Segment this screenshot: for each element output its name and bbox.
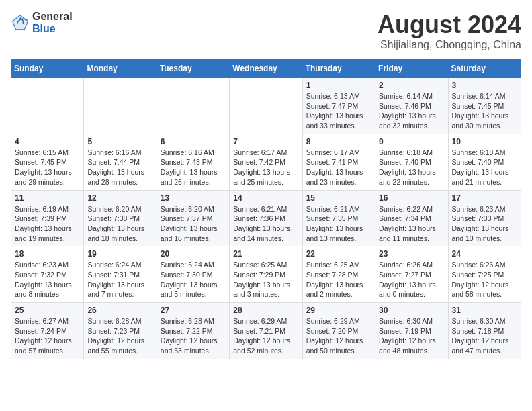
day-number: 15 [306,193,371,203]
calendar-cell: 29Sunrise: 6:29 AMSunset: 7:20 PMDayligh… [302,303,375,359]
day-number: 13 [161,193,226,203]
day-number: 10 [452,137,517,146]
calendar-cell: 31Sunrise: 6:30 AMSunset: 7:18 PMDayligh… [448,303,521,359]
day-number: 31 [452,306,517,315]
calendar-week-5: 25Sunrise: 6:27 AMSunset: 7:24 PMDayligh… [11,303,521,359]
calendar-cell: 16Sunrise: 6:22 AMSunset: 7:34 PMDayligh… [375,190,448,246]
day-number: 2 [379,81,444,90]
day-info: Sunrise: 6:26 AMSunset: 7:25 PMDaylight:… [452,260,517,300]
logo: General Blue [11,11,73,34]
day-number: 27 [161,306,226,315]
day-number: 7 [233,137,298,146]
day-number: 23 [379,249,444,259]
day-number: 24 [452,249,517,259]
calendar-cell: 6Sunrise: 6:16 AMSunset: 7:43 PMDaylight… [157,134,229,190]
day-number: 19 [87,249,152,259]
day-number: 12 [87,193,152,203]
calendar-cell: 20Sunrise: 6:24 AMSunset: 7:30 PMDayligh… [157,246,229,303]
day-info: Sunrise: 6:24 AMSunset: 7:30 PMDaylight:… [161,260,226,300]
calendar-cell: 18Sunrise: 6:23 AMSunset: 7:32 PMDayligh… [11,246,84,303]
day-number: 29 [306,306,371,315]
calendar-cell: 26Sunrise: 6:28 AMSunset: 7:23 PMDayligh… [84,303,157,359]
calendar-week-3: 11Sunrise: 6:19 AMSunset: 7:39 PMDayligh… [11,190,521,246]
day-info: Sunrise: 6:18 AMSunset: 7:40 PMDaylight:… [379,148,444,187]
title-area: August 2024 Shijialiang, Chongqing, Chin… [378,11,521,51]
day-header-wednesday: Wednesday [230,60,302,78]
calendar-cell: 14Sunrise: 6:21 AMSunset: 7:36 PMDayligh… [230,190,302,246]
day-info: Sunrise: 6:21 AMSunset: 7:36 PMDaylight:… [233,204,298,244]
calendar-cell: 1Sunrise: 6:13 AMSunset: 7:47 PMDaylight… [302,78,375,134]
calendar-cell: 17Sunrise: 6:23 AMSunset: 7:33 PMDayligh… [448,190,521,246]
day-info: Sunrise: 6:16 AMSunset: 7:44 PMDaylight:… [87,148,152,187]
day-info: Sunrise: 6:13 AMSunset: 7:47 PMDaylight:… [306,91,371,131]
day-info: Sunrise: 6:14 AMSunset: 7:46 PMDaylight:… [379,91,444,131]
day-number: 28 [233,306,298,315]
day-info: Sunrise: 6:18 AMSunset: 7:40 PMDaylight:… [452,148,517,187]
calendar-cell: 21Sunrise: 6:25 AMSunset: 7:29 PMDayligh… [230,246,302,303]
calendar-cell: 9Sunrise: 6:18 AMSunset: 7:40 PMDaylight… [375,134,448,190]
day-info: Sunrise: 6:25 AMSunset: 7:28 PMDaylight:… [306,260,371,300]
calendar-cell: 28Sunrise: 6:29 AMSunset: 7:21 PMDayligh… [230,303,302,359]
day-number: 8 [306,137,371,146]
day-header-saturday: Saturday [448,60,521,78]
calendar-cell: 23Sunrise: 6:26 AMSunset: 7:27 PMDayligh… [375,246,448,303]
calendar-cell: 11Sunrise: 6:19 AMSunset: 7:39 PMDayligh… [11,190,84,246]
calendar-cell: 22Sunrise: 6:25 AMSunset: 7:28 PMDayligh… [302,246,375,303]
day-info: Sunrise: 6:20 AMSunset: 7:37 PMDaylight:… [161,204,226,244]
location: Shijialiang, Chongqing, China [378,39,521,51]
day-info: Sunrise: 6:28 AMSunset: 7:22 PMDaylight:… [161,316,226,356]
day-number: 21 [233,249,298,259]
day-info: Sunrise: 6:14 AMSunset: 7:45 PMDaylight:… [452,91,517,131]
calendar-week-2: 4Sunrise: 6:15 AMSunset: 7:45 PMDaylight… [11,134,521,190]
day-number: 18 [15,249,80,259]
day-info: Sunrise: 6:29 AMSunset: 7:21 PMDaylight:… [233,316,298,356]
calendar-cell: 12Sunrise: 6:20 AMSunset: 7:38 PMDayligh… [84,190,157,246]
day-header-friday: Friday [375,60,448,78]
calendar-cell: 8Sunrise: 6:17 AMSunset: 7:41 PMDaylight… [302,134,375,190]
day-number: 14 [233,193,298,203]
day-number: 9 [379,137,444,146]
day-number: 1 [306,81,371,90]
calendar-cell [230,78,302,134]
calendar-cell: 25Sunrise: 6:27 AMSunset: 7:24 PMDayligh… [11,303,84,359]
day-header-thursday: Thursday [302,60,375,78]
day-number: 5 [87,137,152,146]
logo-general: General [32,11,73,22]
calendar-week-1: 1Sunrise: 6:13 AMSunset: 7:47 PMDaylight… [11,78,521,134]
calendar-cell: 4Sunrise: 6:15 AMSunset: 7:45 PMDaylight… [11,134,84,190]
calendar-header-row: SundayMondayTuesdayWednesdayThursdayFrid… [11,60,521,78]
calendar-cell [11,78,84,134]
day-info: Sunrise: 6:30 AMSunset: 7:19 PMDaylight:… [379,316,444,356]
day-info: Sunrise: 6:17 AMSunset: 7:41 PMDaylight:… [306,148,371,187]
calendar-cell: 19Sunrise: 6:24 AMSunset: 7:31 PMDayligh… [84,246,157,303]
calendar-cell: 3Sunrise: 6:14 AMSunset: 7:45 PMDaylight… [448,78,521,134]
day-number: 16 [379,193,444,203]
day-info: Sunrise: 6:21 AMSunset: 7:35 PMDaylight:… [306,204,371,244]
day-info: Sunrise: 6:23 AMSunset: 7:33 PMDaylight:… [452,204,517,244]
calendar-cell: 2Sunrise: 6:14 AMSunset: 7:46 PMDaylight… [375,78,448,134]
month-year: August 2024 [378,11,521,39]
day-info: Sunrise: 6:17 AMSunset: 7:42 PMDaylight:… [233,148,298,187]
day-info: Sunrise: 6:19 AMSunset: 7:39 PMDaylight:… [15,204,80,244]
calendar-cell: 13Sunrise: 6:20 AMSunset: 7:37 PMDayligh… [157,190,229,246]
svg-marker-0 [11,14,28,30]
calendar-cell: 24Sunrise: 6:26 AMSunset: 7:25 PMDayligh… [448,246,521,303]
day-number: 26 [87,306,152,315]
calendar-cell: 5Sunrise: 6:16 AMSunset: 7:44 PMDaylight… [84,134,157,190]
day-info: Sunrise: 6:26 AMSunset: 7:27 PMDaylight:… [379,260,444,300]
calendar-cell: 15Sunrise: 6:21 AMSunset: 7:35 PMDayligh… [302,190,375,246]
day-number: 22 [306,249,371,259]
day-info: Sunrise: 6:15 AMSunset: 7:45 PMDaylight:… [15,148,80,187]
day-number: 30 [379,306,444,315]
day-number: 17 [452,193,517,203]
calendar-cell: 7Sunrise: 6:17 AMSunset: 7:42 PMDaylight… [230,134,302,190]
header: General Blue August 2024 Shijialiang, Ch… [11,11,521,51]
day-info: Sunrise: 6:20 AMSunset: 7:38 PMDaylight:… [87,204,152,244]
day-header-monday: Monday [84,60,157,78]
calendar-week-4: 18Sunrise: 6:23 AMSunset: 7:32 PMDayligh… [11,246,521,303]
day-info: Sunrise: 6:23 AMSunset: 7:32 PMDaylight:… [15,260,80,300]
day-number: 3 [452,81,517,90]
logo-blue: Blue [32,23,56,34]
day-number: 4 [15,137,80,146]
calendar-cell: 27Sunrise: 6:28 AMSunset: 7:22 PMDayligh… [157,303,229,359]
